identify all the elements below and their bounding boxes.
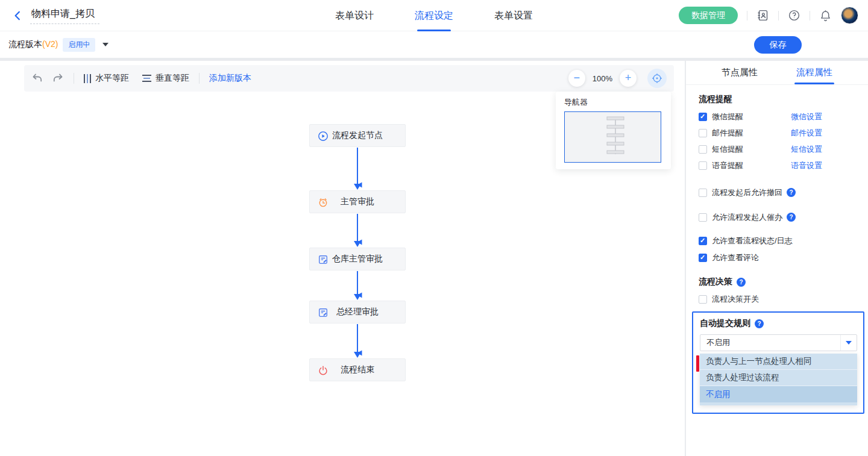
email-remind-checkbox[interactable] [699,129,707,137]
status-badge: 启用中 [63,38,95,52]
app-header: 物料申请_拷贝 表单设计 流程设定 表单设置 数据管理 [0,0,868,31]
main-tabs: 表单设计 流程设定 表单设置 [334,0,534,31]
zoom-out-button[interactable]: − [568,70,585,87]
page-title[interactable]: 物料申请_拷贝 [30,7,99,24]
divider [778,11,779,20]
horizontal-align-button[interactable]: 水平等距 [84,73,129,84]
navigator-panel: 导航器 [556,92,671,169]
help-icon[interactable]: ? [787,213,796,222]
remind-row-email: 邮件提醒 邮件设置 [699,125,858,141]
help-icon[interactable]: ? [787,188,796,197]
flow-diagram: 流程发起节点 主管审批 仓库主管审批 总经理审批 [309,61,406,456]
decision-switch-checkbox[interactable] [699,295,707,304]
dropdown-option-same-handler[interactable]: 负责人与上一节点处理人相同 [700,354,857,370]
auto-submit-dropdown: 负责人与上一节点处理人相同 负责人处理过该流程 不启用 [700,354,857,405]
zoom-in-button[interactable]: + [620,70,637,87]
sms-setting-link[interactable]: 短信设置 [791,144,822,155]
auto-submit-section: 自动提交规则 ? 不启用 负责人与上一节点处理人相同 负责人处理过该流程 不启用 [692,311,864,414]
flow-canvas[interactable]: 水平等距 垂直等距 添加新版本 − 100% + [0,61,685,456]
play-circle-icon [318,131,329,142]
tab-form-setting[interactable]: 表单设置 [493,0,534,31]
red-marker [696,355,699,372]
node-label: 主管审批 [341,196,374,207]
voice-remind-checkbox[interactable] [699,161,707,170]
flow-node-gm-approve[interactable]: 总经理审批 [309,301,406,323]
wechat-setting-link[interactable]: 微信设置 [791,111,822,122]
view-status-checkbox[interactable] [699,237,707,245]
target-icon [651,72,663,84]
version-dropdown-caret-icon[interactable] [102,43,108,46]
voice-setting-link[interactable]: 语音设置 [791,160,822,171]
email-setting-link[interactable]: 邮件设置 [791,128,822,139]
select-caret-zone[interactable] [840,335,857,351]
remind-row-voice: 语音提醒 语音设置 [699,157,858,173]
sms-remind-checkbox[interactable] [699,145,707,154]
divider [747,11,747,20]
add-version-link[interactable]: 添加新版本 [209,73,251,84]
allow-urge-checkbox[interactable] [699,213,707,222]
navigator-title: 导航器 [564,97,662,108]
help-icon[interactable] [788,9,800,22]
option-allow-urge: 允许流程发起人催办 ? [699,209,858,225]
tab-node-properties[interactable]: 节点属性 [719,61,760,84]
node-label: 流程发起节点 [332,130,383,141]
flow-node-warehouse-approve[interactable]: 仓库主管审批 [309,248,406,270]
properties-panel: 节点属性 流程属性 流程提醒 微信提醒 微信设置 邮件提醒 邮件设置 短信提醒 … [686,61,868,456]
chevron-down-icon [846,341,852,345]
bell-icon[interactable] [819,9,832,22]
flow-node-end[interactable]: 流程结束 [309,358,406,381]
tab-form-design[interactable]: 表单设计 [334,0,375,31]
flow-node-manager-approve[interactable]: 主管审批 [309,190,406,213]
redo-icon[interactable] [52,72,64,84]
alarm-clock-icon [318,197,329,208]
version-number: (V2) [42,39,58,49]
option-allow-withdraw: 流程发起后允许撤回 ? [699,184,858,201]
section-flow-remind: 流程提醒 [699,94,858,105]
remind-row-sms: 短信提醒 短信设置 [699,141,858,157]
select-value: 不启用 [706,337,730,348]
address-book-icon[interactable] [756,9,769,22]
remind-row-wechat: 微信提醒 微信设置 [699,108,858,125]
avatar[interactable] [841,7,858,24]
option-view-comments: 允许查看评论 [699,249,858,266]
zoom-controls: − 100% + [568,69,667,88]
vertical-align-button[interactable]: 垂直等距 [142,73,189,84]
save-button[interactable]: 保存 [754,36,802,54]
header-actions: 数据管理 [679,7,858,24]
minimap-preview [565,112,661,162]
help-icon[interactable]: ? [737,278,746,287]
auto-submit-select[interactable]: 不启用 [700,334,857,351]
divider [199,73,200,84]
dropdown-option-disabled[interactable]: 不启用 [700,386,857,402]
tab-flow-setting[interactable]: 流程设定 [414,0,454,31]
flow-node-start[interactable]: 流程发起节点 [309,124,406,147]
data-manage-button[interactable]: 数据管理 [679,7,738,24]
horizontal-align-icon [84,74,91,83]
auto-submit-title: 自动提交规则 ? [700,318,857,329]
node-label: 流程结束 [341,364,374,375]
power-icon [318,365,329,376]
node-label: 总经理审批 [336,307,379,317]
vertical-align-icon [142,75,151,82]
option-view-status: 允许查看流程状态/日志 [699,233,858,249]
fit-view-button[interactable] [647,69,667,88]
minimap[interactable] [564,111,661,163]
version-bar: 流程版本(V2) 启用中 保存 [0,31,868,58]
document-edit-icon [318,307,329,318]
allow-withdraw-checkbox[interactable] [699,189,707,197]
help-icon[interactable]: ? [755,319,764,328]
dropdown-option-handled-before[interactable]: 负责人处理过该流程 [700,370,857,386]
tab-flow-properties[interactable]: 流程属性 [794,61,835,84]
section-flow-decision: 流程决策 ? [699,276,858,287]
divider [810,11,810,20]
undo-icon[interactable] [31,72,43,84]
wechat-remind-checkbox[interactable] [699,113,707,121]
version-label: 流程版本(V2) [8,39,58,50]
zoom-level: 100% [593,74,612,83]
divider [74,73,74,84]
back-icon[interactable] [12,10,24,22]
option-decision-switch: 流程决策开关 [699,291,858,307]
document-edit-icon [318,254,329,265]
panel-tabs: 节点属性 流程属性 [686,61,868,85]
view-comments-checkbox[interactable] [699,254,707,262]
